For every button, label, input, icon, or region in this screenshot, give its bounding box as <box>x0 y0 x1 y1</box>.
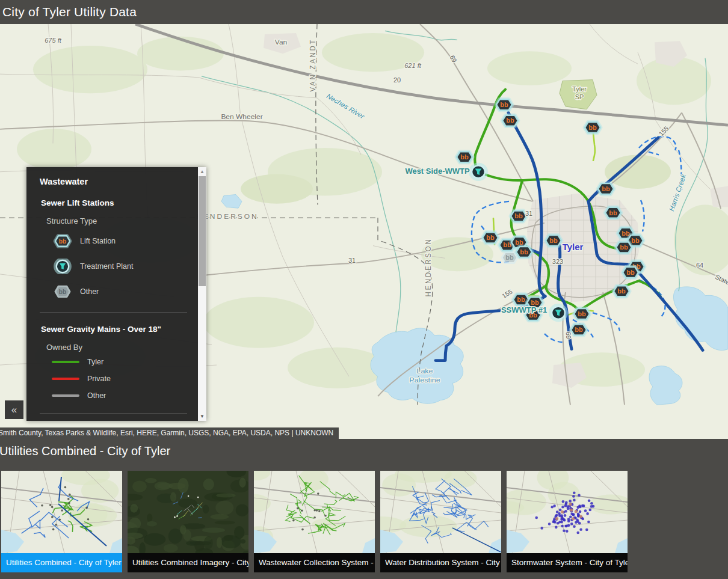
legend-field-heading: Owned By <box>46 343 188 352</box>
lift-station-marker[interactable] <box>585 122 600 133</box>
gallery-card[interactable]: Utilities Combined Imagery - City of Tyl… <box>128 471 248 572</box>
treatment-plant-marker[interactable] <box>470 164 487 180</box>
legend-divider <box>40 312 187 313</box>
map-attribution: Smith County, Texas Parks & Wildlife, Es… <box>0 427 339 439</box>
legend-item-label: Treatment Plant <box>80 262 133 271</box>
gallery-thumbnail-combined <box>1 471 122 553</box>
app-window: City of Tyler Utility Data bb bb <box>0 0 728 579</box>
legend-item-private: Private <box>53 372 188 385</box>
lift-station-marker[interactable] <box>516 247 532 257</box>
legend-item-label: Tyler <box>87 358 103 366</box>
lift-station-marker[interactable] <box>605 207 621 218</box>
gallery-card-label: Water Distribution System - City of Tyle… <box>380 553 501 572</box>
scrollbar-thumb[interactable] <box>199 176 206 286</box>
lift-station-marker[interactable] <box>623 267 638 278</box>
map-label: 69 <box>565 332 573 339</box>
legend-item-other: Other <box>53 388 188 402</box>
gallery-card[interactable]: Utilities Combined - City of Tyler <box>1 471 122 572</box>
lift-station-marker[interactable] <box>502 115 518 126</box>
other-station-icon <box>53 284 72 299</box>
map-label: HENDERSON <box>424 238 432 297</box>
lift-station-marker[interactable] <box>571 325 587 335</box>
map-label: West Side-WWTP <box>405 167 469 176</box>
map-label: 64 <box>696 262 703 269</box>
lift-station-marker[interactable] <box>614 286 629 296</box>
map-label: Tyler <box>563 243 584 253</box>
map-label: 20 <box>393 77 401 84</box>
lift-station-marker[interactable] <box>616 242 632 253</box>
legend-item-label: Private <box>87 375 111 383</box>
map-label: 323 <box>552 258 563 265</box>
map-label: Van <box>275 38 287 46</box>
map-label: Lake <box>416 367 433 376</box>
gallery-thumbnail-water <box>380 471 501 553</box>
lift-station-marker[interactable] <box>574 308 590 319</box>
app-header: City of Tyler Utility Data <box>0 0 728 24</box>
legend-title: Wastewater <box>40 177 188 186</box>
map-label: 31 <box>525 210 532 218</box>
legend-item-treatment-plant: Treatment Plant <box>53 257 188 276</box>
legend-panel: Wastewater Sewer Lift StationsStructure … <box>26 167 206 421</box>
legend-item-other: Other <box>53 282 188 301</box>
line-swatch <box>52 361 79 363</box>
legend-item-label: Other <box>80 287 99 296</box>
app-title: City of Tyler Utility Data <box>2 5 137 19</box>
gallery-card[interactable]: Water Distribution System - City of Tyle… <box>380 471 501 572</box>
map-label: 621 ft <box>404 62 422 69</box>
gallery-card-label: Wastewater Collection System - City of T… <box>254 553 375 572</box>
gallery-title: Utilities Combined - City of Tyler <box>0 444 728 462</box>
gallery-card-label: Stormwater System - City of Tyler <box>507 553 628 572</box>
legend-layer-heading: Sewer Lift Stations <box>41 198 188 207</box>
collapse-legend-button[interactable]: « <box>5 400 23 419</box>
scroll-down-arrow-icon[interactable]: ▼ <box>198 412 206 421</box>
gallery-thumbnail-imagery <box>128 471 248 553</box>
map-label: Ben Wheeler <box>221 112 262 120</box>
gallery-card-label: Utilities Combined - City of Tyler <box>1 553 122 572</box>
map-label: VAN ZANDT <box>309 38 316 92</box>
lift-station-marker[interactable] <box>496 99 512 110</box>
legend-divider <box>40 413 187 414</box>
lift-station-marker[interactable] <box>457 152 472 162</box>
map-label: Tyler <box>572 85 587 93</box>
map-label: SSWWTP #1 <box>501 306 547 314</box>
lift-station-icon <box>53 233 72 249</box>
gallery-thumbnail-storm <box>507 471 628 553</box>
gallery-thumbnail-wastewater <box>254 471 375 553</box>
scroll-up-arrow-icon[interactable]: ▲ <box>198 167 206 176</box>
map-label: SP <box>575 93 584 100</box>
legend-item-tyler: Tyler <box>53 355 188 369</box>
map-label: 31 <box>348 257 356 264</box>
lift-station-marker[interactable] <box>511 211 526 222</box>
treatment-plant-marker[interactable] <box>551 305 567 320</box>
lift-station-marker[interactable] <box>483 232 498 243</box>
legend-item-label: Other <box>87 391 106 400</box>
legend-item-label: Lift Station <box>80 237 116 245</box>
gallery-card[interactable]: Wastewater Collection System - City of T… <box>254 471 375 572</box>
legend-layer-heading: Sewer Gravity Mains - Over 18" <box>41 325 188 334</box>
gallery-card[interactable]: Stormwater System - City of Tyler <box>507 471 628 572</box>
legend-scrollbar[interactable]: ▲ ▼ <box>198 167 206 421</box>
legend-field-heading: Structure Type <box>46 216 188 225</box>
treatment-plant-icon <box>53 259 72 274</box>
gallery-cards-row: Utilities Combined - City of TylerUtilit… <box>1 471 728 572</box>
legend-item-lift-station: Lift Station <box>53 231 188 251</box>
double-chevron-left-icon: « <box>11 404 17 415</box>
map-label: Palestine <box>409 376 440 385</box>
line-swatch <box>52 394 79 397</box>
map-label: 675 ft <box>45 37 62 44</box>
lift-station-marker[interactable] <box>598 183 614 194</box>
lift-station-marker[interactable] <box>546 235 561 246</box>
map-canvas[interactable]: bb bb <box>0 24 728 439</box>
line-swatch <box>52 378 79 380</box>
gallery-section: Utilities Combined - City of Tyler Utili… <box>0 439 728 579</box>
gallery-card-label: Utilities Combined Imagery - City of Tyl… <box>128 553 248 572</box>
